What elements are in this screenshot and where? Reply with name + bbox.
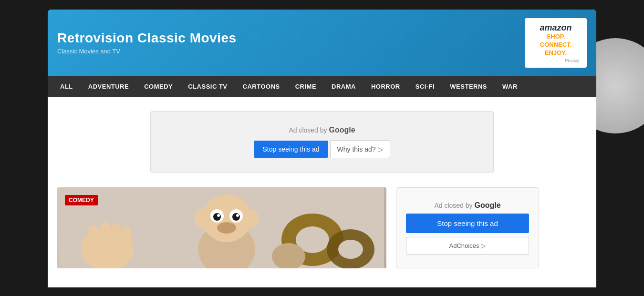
google-label: Google	[329, 126, 355, 134]
top-stop-seeing-button[interactable]: Stop seeing this ad	[254, 141, 328, 158]
nav-item-cartoons[interactable]: CARTOONS	[235, 76, 288, 97]
ad-closed-prefix: Ad closed by	[289, 126, 327, 134]
svg-point-11	[213, 213, 221, 221]
amazon-tagline: SHOP.CONNECT.ENJOY.	[532, 33, 579, 57]
nav-item-classic-tv[interactable]: CLASSIC TV	[180, 76, 235, 97]
svg-point-14	[236, 214, 239, 217]
nav-item-comedy[interactable]: COMEDY	[136, 76, 180, 97]
top-why-ad-button[interactable]: Why this ad? ▷	[330, 140, 390, 158]
top-ad-closed-box: Ad closed by Google Stop seeing this ad …	[150, 111, 494, 173]
main-content: Ad closed by Google Stop seeing this ad …	[48, 97, 596, 287]
top-ad-closed-text: Ad closed by Google	[160, 126, 484, 134]
nav-item-horror[interactable]: HORROR	[364, 76, 408, 97]
why-ad-label: Why this ad?	[337, 145, 376, 153]
movie-thumbnail	[57, 187, 386, 268]
movies-section: COMEDY	[57, 187, 587, 268]
site-title: Retrovision Classic Movies	[57, 31, 237, 46]
svg-point-8	[202, 194, 251, 242]
side-ad-closed-text: Ad closed by Google	[434, 201, 500, 210]
side-google-label: Google	[474, 201, 500, 209]
amazon-logo: amazon	[532, 23, 579, 33]
nav-item-westerns[interactable]: WESTERNS	[442, 76, 495, 97]
svg-point-12	[232, 213, 240, 221]
amazon-ad-banner[interactable]: amazon SHOP.CONNECT.ENJOY. Privacy	[525, 18, 587, 68]
nav-item-crime[interactable]: CRIME	[288, 76, 324, 97]
why-ad-icon: ▷	[378, 145, 383, 153]
nav-item-sci-fi[interactable]: SCI-FI	[408, 76, 443, 97]
side-ad-panel: Ad closed by Google Stop seeing this ad …	[396, 187, 539, 268]
amazon-privacy: Privacy	[532, 58, 579, 63]
svg-rect-5	[123, 226, 131, 251]
site-branding: Retrovision Classic Movies Classic Movie…	[57, 31, 237, 55]
svg-point-15	[217, 222, 236, 234]
site-subtitle: Classic Movies and TV	[57, 48, 237, 55]
header: Retrovision Classic Movies Classic Movie…	[48, 10, 596, 76]
nav-item-all[interactable]: ALL	[52, 76, 81, 97]
adchoices-icon: ▷	[481, 242, 486, 249]
adchoices-label: AdChoices	[449, 242, 479, 249]
top-ad-buttons-row: Stop seeing this ad Why this ad? ▷	[160, 140, 484, 158]
svg-rect-3	[101, 222, 110, 250]
movie-badge: COMEDY	[65, 195, 98, 205]
side-stop-seeing-button[interactable]: Stop seeing this ad	[406, 214, 529, 233]
nav-item-war[interactable]: WAR	[495, 76, 525, 97]
side-ad-closed-prefix: Ad closed by	[434, 202, 472, 209]
nav-item-drama[interactable]: DRAMA	[324, 76, 364, 97]
navigation: ALLADVENTURECOMEDYCLASSIC TVCARTOONSCRIM…	[48, 76, 596, 97]
svg-point-17	[244, 209, 259, 228]
movie-thumbnail-svg	[60, 187, 384, 268]
nav-item-adventure[interactable]: ADVENTURE	[81, 76, 136, 97]
svg-point-16	[195, 209, 209, 228]
svg-point-13	[217, 214, 220, 217]
side-adchoices-button[interactable]: AdChoices ▷	[406, 237, 529, 255]
svg-point-21	[338, 240, 363, 259]
movie-card[interactable]: COMEDY	[57, 187, 386, 268]
svg-rect-4	[112, 224, 121, 251]
